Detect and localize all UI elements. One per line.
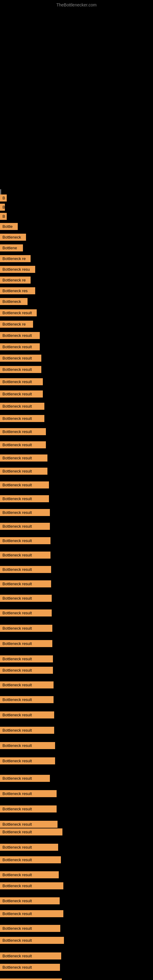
bottleneck-item[interactable]: Bottleneck result	[0, 790, 57, 797]
bottleneck-item[interactable]: Bottleneck re	[0, 277, 30, 283]
bottleneck-item[interactable]: Bottleneck result	[0, 727, 54, 734]
bottleneck-item[interactable]: Bottlene	[0, 244, 23, 251]
bottleneck-item[interactable]: Bottleneck result	[0, 978, 62, 980]
bottleneck-item[interactable]: B	[0, 194, 7, 202]
bottleneck-item[interactable]: Bottleneck result	[0, 523, 50, 530]
bottleneck-item[interactable]: Bottleneck result	[0, 696, 54, 703]
bottleneck-item[interactable]: Bottleneck result	[0, 910, 63, 917]
bottleneck-item[interactable]: Bottle	[0, 223, 18, 230]
bottleneck-item[interactable]: Bottleneck result	[0, 455, 48, 461]
bottleneck-item[interactable]: Bottleneck res	[0, 287, 35, 294]
bottleneck-item[interactable]: Bottleneck result	[0, 871, 59, 878]
bottleneck-item[interactable]: Bottleneck result	[0, 595, 52, 602]
cursor: |	[0, 188, 2, 195]
bottleneck-item[interactable]: Bottleneck re	[0, 255, 30, 262]
bottleneck-item[interactable]: Bottleneck result	[0, 468, 48, 475]
bottleneck-item[interactable]: Bottleneck re	[0, 321, 33, 328]
bottleneck-item[interactable]: Bottleneck result	[0, 856, 61, 863]
bottleneck-item[interactable]: Bottleneck result	[0, 667, 53, 674]
bottleneck-item[interactable]: Bottleneck result	[0, 640, 52, 647]
bottleneck-item[interactable]: B	[0, 204, 5, 211]
bottleneck-item[interactable]: Bottleneck result	[0, 937, 64, 944]
bottleneck-item[interactable]: Bottleneck result	[0, 821, 57, 828]
bottleneck-item[interactable]: Bottleneck result	[0, 552, 51, 558]
bottleneck-item[interactable]: Bottleneck result	[0, 655, 53, 662]
bottleneck-item[interactable]: Bottleneck result	[0, 403, 45, 410]
bottleneck-item[interactable]: Bottleneck result	[0, 681, 54, 689]
bottleneck-item[interactable]: Bottleneck result	[0, 343, 40, 350]
bottleneck-item[interactable]: Bottleneck result	[0, 925, 60, 932]
site-title: TheBottlenecker.com	[0, 0, 153, 10]
bottleneck-item[interactable]: Bottleneck result	[0, 829, 62, 835]
bottleneck-item[interactable]: Bottleneck result	[0, 509, 50, 516]
bottleneck-item[interactable]: Bottleneck result	[0, 378, 43, 385]
bottleneck-item[interactable]: Bottleneck result	[0, 355, 41, 362]
bottleneck-item[interactable]: Bottleneck result	[0, 566, 51, 573]
bottleneck-item[interactable]: Bottleneck result	[0, 757, 55, 764]
bottleneck-item[interactable]: Bottleneck result	[0, 332, 40, 339]
bottleneck-item[interactable]: Bottleneck result	[0, 742, 55, 749]
bottleneck-item[interactable]: Bottleneck	[0, 298, 27, 305]
bottleneck-item[interactable]: B	[0, 213, 7, 220]
bottleneck-item[interactable]: Bottleneck result	[0, 441, 46, 449]
bottleneck-item[interactable]: Bottleneck result	[0, 964, 60, 971]
bottleneck-item[interactable]: Bottleneck result	[0, 428, 46, 435]
bottleneck-item[interactable]: Bottleneck result	[0, 415, 45, 422]
main-content: TheBottlenecker.com | BBBBottleBottlenec…	[0, 0, 153, 980]
bottleneck-item[interactable]: Bottleneck result	[0, 953, 61, 959]
bottleneck-item[interactable]: Bottleneck result	[0, 844, 58, 851]
bottleneck-item[interactable]: Bottleneck result	[0, 775, 50, 782]
bottleneck-item[interactable]: Bottleneck result	[0, 805, 57, 813]
bottleneck-item[interactable]: Bottleneck result	[0, 711, 54, 719]
bottleneck-item[interactable]: Bottleneck	[0, 234, 26, 241]
bottleneck-item[interactable]: Bottleneck resu	[0, 266, 35, 273]
bottleneck-item[interactable]: Bottleneck result	[0, 366, 41, 373]
bottleneck-item[interactable]: Bottleneck result	[0, 882, 63, 889]
bottleneck-item[interactable]: Bottleneck result	[0, 580, 51, 587]
bottleneck-item[interactable]: Bottleneck result	[0, 609, 52, 616]
bottleneck-item[interactable]: Bottleneck result	[0, 897, 60, 904]
bottleneck-item[interactable]: Bottleneck result	[0, 495, 49, 502]
bottleneck-item[interactable]: Bottleneck result	[0, 625, 52, 632]
bottleneck-item[interactable]: Bottleneck result	[0, 390, 43, 398]
bottleneck-item[interactable]: Bottleneck result	[0, 537, 51, 544]
bottleneck-item[interactable]: Bottleneck result	[0, 481, 49, 488]
bottleneck-item[interactable]: Bottleneck result	[0, 309, 37, 317]
